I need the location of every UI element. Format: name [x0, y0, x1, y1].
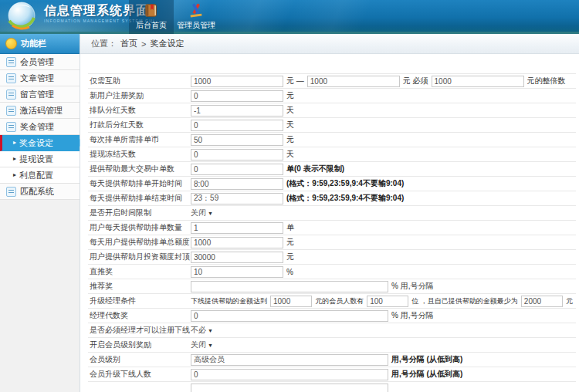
form-row: 提现冻结天数天 — [88, 147, 576, 162]
field-unit: 天 — [286, 149, 294, 160]
sidebar-item-activation-code-management[interactable]: 激活码管理 — [0, 103, 80, 119]
form-input[interactable] — [191, 105, 283, 117]
form-row-fields: 元 — [191, 252, 576, 263]
form-row-fields: % 用,号分隔 — [191, 281, 576, 292]
form-row: 开启会员级别奖励关闭▼ — [88, 338, 576, 353]
form-row-fields: 元 — [191, 237, 576, 248]
matching-system-icon — [6, 187, 16, 197]
form-row-fields — [191, 384, 576, 392]
field-unit: 元 — [286, 237, 294, 248]
field-unit: 天 — [286, 120, 294, 130]
form-row: 用户每天提供帮助排单数量单 — [88, 221, 576, 235]
sidebar-item-article-management[interactable]: 文章管理 — [0, 70, 80, 86]
form-input[interactable] — [521, 296, 563, 307]
sidebar-item-bonus-management[interactable]: 奖金管理 — [0, 119, 80, 135]
form-row: 用户提供帮助月投资额度封顶元 — [88, 250, 576, 265]
form-row-label: 提供帮助最大交易中单数 — [88, 164, 191, 174]
form-input[interactable] — [432, 76, 524, 87]
form-row-label: 提现冻结天数 — [88, 149, 191, 160]
field-hint: 用,号分隔 (从低到高) — [391, 369, 462, 380]
sidebar-item-bonus-settings[interactable]: ▸奖金设定 — [0, 135, 80, 151]
sidebar-item-matching-system[interactable]: 匹配系统 — [0, 184, 80, 200]
form-input[interactable] — [191, 149, 283, 161]
form-input[interactable] — [191, 90, 283, 102]
article-management-icon — [6, 73, 16, 83]
form-select[interactable]: 关闭▼ — [191, 208, 213, 218]
form-row-fields: 天 — [191, 120, 576, 131]
form-row-fields: 关闭▼ — [191, 208, 576, 218]
form-input[interactable] — [191, 76, 283, 87]
submenu-bullet-icon: ▸ — [13, 140, 16, 146]
nav-tab-0[interactable]: 后台首页 — [129, 0, 174, 34]
sidebar-item-message-management[interactable]: 留言管理 — [0, 86, 80, 103]
form-row-fields: 单(0 表示不限制) — [191, 164, 576, 175]
form-row-label: 会员升级下线人数 — [88, 369, 191, 380]
form-input[interactable] — [307, 76, 400, 87]
field-unit: % 用,号分隔 — [391, 310, 433, 321]
form-input[interactable] — [191, 266, 283, 278]
field-unit: 单 — [286, 222, 294, 233]
member-management-icon — [6, 57, 16, 67]
form-input[interactable] — [191, 384, 388, 392]
form-input[interactable] — [191, 164, 283, 175]
form-input[interactable] — [191, 369, 388, 380]
form-input[interactable] — [191, 354, 388, 366]
submenu-bullet-icon: ▸ — [13, 172, 16, 178]
form-input[interactable] — [367, 296, 408, 307]
bonus-settings-form: 仅需互助元 —元 必须元的整倍数新用户注册奖励元排队分红天数天打款后分红天数天每… — [88, 73, 576, 392]
message-management-icon — [6, 90, 16, 100]
form-row: 会员级别用,号分隔 (从低到高) — [88, 353, 576, 367]
field-unit: 元 — [286, 134, 294, 145]
form-row-label: 用户提供帮助月投资额度封顶 — [88, 252, 191, 262]
breadcrumb: 位置： 首页 > 奖金设定 — [80, 34, 579, 54]
nav-tab-label: 管理员管理 — [177, 20, 215, 31]
form-row-fields: % 用,号分隔 — [191, 310, 576, 322]
form-row-label: 新用户注册奖励 — [88, 90, 191, 101]
form-select[interactable]: 不必▼ — [191, 325, 213, 336]
sidebar-item-interest-config[interactable]: ▸利息配置 — [0, 167, 80, 184]
form-row-fields: % — [191, 266, 576, 278]
sidebar-item-label: 会员管理 — [20, 56, 54, 68]
activation-code-icon — [6, 106, 16, 116]
form-row: 提供帮助最大交易中单数单(0 表示不限制) — [88, 162, 576, 177]
form-input[interactable] — [191, 237, 283, 248]
form-row-label: 每天提供帮助排单结束时间 — [88, 193, 191, 204]
breadcrumb-home-link[interactable]: 首页 — [120, 38, 137, 49]
form-row-fields: (格式：9:59,23:59,9:4不要输9:04) — [191, 193, 576, 204]
form-input[interactable] — [191, 310, 388, 322]
sidebar-header-label: 功能栏 — [21, 38, 46, 49]
function-bar-icon — [5, 38, 17, 49]
field-unit: 元的整倍数 — [527, 76, 566, 86]
breadcrumb-separator: > — [141, 39, 146, 49]
form-select-value: 关闭 — [191, 340, 206, 349]
form-row-fields: 用,号分隔 (从低到高) — [191, 354, 576, 366]
sidebar-item-withdraw-settings[interactable]: ▸提现设置 — [0, 151, 80, 167]
form-row: 是否必须经理才可以注册下线不必▼ — [88, 323, 576, 338]
form-input[interactable] — [191, 281, 388, 292]
form-input[interactable] — [191, 120, 283, 131]
form-input[interactable] — [270, 296, 312, 307]
form-row-fields: 元 — [191, 134, 576, 146]
form-input[interactable] — [191, 134, 283, 146]
form-row-fields: 下线提供帮助的金额达到元的会员人数有位 ，且自己提供帮助的金额最少为元 — [191, 296, 576, 307]
form-row: 每天用户提供帮助排单总额度元 — [88, 235, 576, 250]
field-unit: 元的会员人数有 — [315, 296, 364, 306]
field-unit: 元 — [286, 252, 294, 262]
chevron-down-icon: ▼ — [208, 343, 213, 348]
form-input[interactable] — [191, 252, 283, 263]
field-unit: 位 ，且自己提供帮助的金额最少为 — [411, 296, 518, 306]
sidebar-item-label: 提现设置 — [19, 154, 53, 165]
form-row: 每次排单所需排单币元 — [88, 133, 576, 147]
field-unit: 元 — — [286, 76, 304, 86]
form-select[interactable]: 关闭▼ — [191, 340, 213, 350]
form-input[interactable] — [191, 222, 283, 234]
field-unit: % — [286, 268, 293, 276]
admin-tools-icon — [188, 2, 205, 19]
sidebar-item-member-management[interactable]: 会员管理 — [0, 54, 80, 70]
form-input[interactable] — [191, 178, 283, 190]
form-row: 经理代数奖% 用,号分隔 — [88, 309, 576, 323]
nav-tab-1[interactable]: 管理员管理 — [174, 0, 218, 34]
chevron-down-icon: ▼ — [208, 328, 213, 333]
form-input[interactable] — [191, 193, 283, 204]
field-unit: 下线提供帮助的金额达到 — [191, 296, 267, 306]
